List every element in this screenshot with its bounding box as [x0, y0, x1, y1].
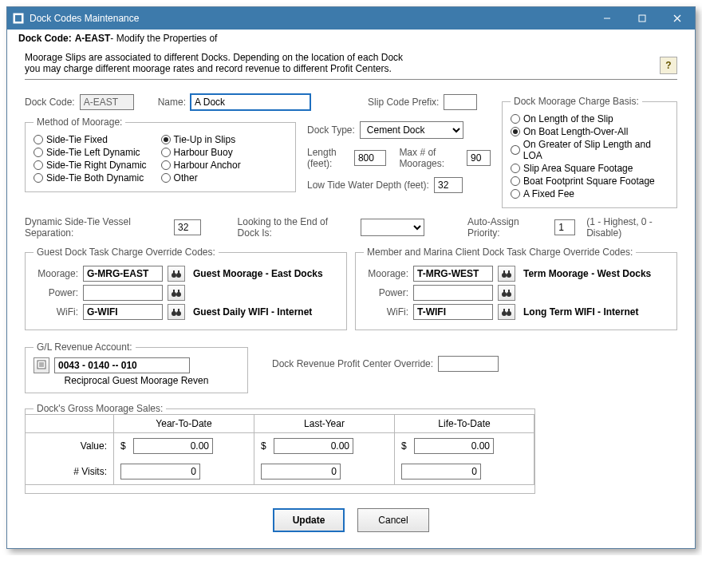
radio-icon — [511, 164, 520, 173]
cancel-button[interactable]: Cancel — [357, 508, 429, 532]
dock-type-select[interactable]: Cement Dock — [360, 121, 463, 139]
name-field[interactable] — [191, 94, 310, 110]
binoculars-icon — [171, 269, 182, 278]
minimize-button[interactable] — [590, 7, 625, 30]
help-button[interactable]: ? — [660, 57, 677, 74]
moorage-method-option[interactable]: Harbour Anchor — [161, 160, 241, 171]
charge-basis-option[interactable]: On Greater of Slip Length and LOA — [511, 139, 668, 161]
override-code-field[interactable] — [413, 266, 493, 282]
charge-basis-legend: Dock Moorage Charge Basis: — [511, 96, 642, 107]
radio-icon — [161, 160, 171, 170]
radio-icon — [161, 173, 171, 183]
header-row: Dock Code: A-EAST - Modify the Propertie… — [7, 30, 695, 49]
gl-account-field[interactable] — [54, 357, 190, 373]
radio-label: Boat Footprint Square Footage — [523, 176, 655, 187]
low-tide-field[interactable] — [434, 177, 463, 193]
svg-rect-16 — [173, 309, 175, 312]
auto-assign-field[interactable] — [554, 219, 575, 235]
radio-icon — [161, 135, 171, 144]
gl-account-desc: Reciprocal Guest Moorage Reven — [34, 375, 239, 386]
update-button[interactable]: Update — [273, 508, 345, 532]
close-button[interactable] — [660, 7, 695, 30]
override-code-field[interactable] — [413, 304, 493, 320]
override-desc: Term Moorage - West Docks — [523, 268, 668, 279]
sales-value-field[interactable] — [120, 464, 200, 479]
currency-symbol: $ — [261, 440, 269, 452]
lookup-button[interactable] — [168, 285, 185, 301]
titlebar: Dock Codes Maintenance — [7, 7, 695, 30]
sales-row-label: # Visits: — [26, 459, 113, 484]
header-code: A-EAST — [75, 33, 111, 44]
member-override-group: Member and Marina Client Dock Task Charg… — [355, 247, 677, 330]
radio-icon — [34, 148, 43, 157]
sales-col-ly: Last-Year — [254, 414, 394, 432]
svg-rect-24 — [503, 290, 505, 293]
svg-rect-20 — [503, 270, 505, 274]
sales-value-field[interactable] — [414, 438, 494, 454]
maximize-button[interactable] — [625, 7, 660, 30]
member-override-legend: Member and Marina Client Dock Task Charg… — [364, 247, 636, 258]
lookup-button[interactable] — [498, 266, 515, 282]
moorage-method-option[interactable]: Side-Tie Both Dynamic — [34, 172, 147, 184]
lookup-button[interactable] — [168, 266, 185, 282]
description-text: Moorage Slips are associated to differen… — [25, 52, 660, 74]
sales-value-field[interactable] — [401, 464, 481, 479]
sales-value-field[interactable] — [261, 464, 341, 479]
svg-rect-29 — [508, 309, 510, 312]
radio-label: Slip Area Square Footage — [523, 163, 633, 174]
override-label: Power: — [34, 287, 78, 298]
override-label: WiFi: — [364, 306, 408, 318]
override-label: Moorage: — [364, 268, 408, 279]
moorage-method-option[interactable]: Side-Tie Right Dynamic — [34, 160, 147, 171]
sales-cell: $ — [394, 433, 534, 459]
radio-label: Side-Tie Both Dynamic — [46, 172, 144, 184]
max-moorages-field[interactable] — [467, 150, 491, 166]
guest-override-group: Guest Dock Task Charge Override Codes: M… — [25, 247, 347, 330]
charge-basis-option[interactable]: On Length of the Slip — [511, 113, 668, 124]
radio-icon — [511, 114, 520, 124]
look-end-select[interactable] — [361, 219, 424, 236]
radio-label: Harbour Anchor — [174, 160, 241, 171]
override-code-field[interactable] — [83, 304, 163, 320]
length-field[interactable] — [354, 150, 386, 166]
svg-rect-25 — [508, 290, 510, 293]
profit-center-field[interactable] — [438, 356, 499, 372]
window-frame: Dock Codes Maintenance Dock Code: A-EAST… — [6, 6, 696, 549]
charge-basis-option[interactable]: A Fixed Fee — [511, 188, 668, 199]
sales-value-field[interactable] — [274, 438, 353, 454]
guest-override-legend: Guest Dock Task Charge Override Codes: — [34, 247, 219, 258]
charge-basis-option[interactable]: On Boat Length-Over-All — [511, 126, 668, 137]
slip-prefix-field[interactable] — [444, 94, 477, 110]
guest-override-row: WiFi:Guest Daily WIFI - Internet — [34, 304, 338, 320]
profit-center-label: Dock Revenue Profit Center Override: — [272, 358, 433, 369]
moorage-method-option[interactable]: Harbour Buoy — [161, 147, 241, 158]
sales-cell — [394, 459, 534, 484]
member-override-row: Moorage:Term Moorage - West Docks — [364, 266, 668, 282]
moorage-method-option[interactable]: Side-Tie Fixed — [34, 134, 147, 145]
radio-label: On Boat Length-Over-All — [523, 126, 628, 137]
lookup-button[interactable] — [498, 304, 515, 320]
header-mode: - Modify the Properties of — [110, 33, 217, 44]
sales-col-ytd: Year-To-Date — [113, 414, 254, 432]
override-code-field[interactable] — [83, 285, 163, 301]
dyn-sep-field[interactable] — [174, 219, 201, 235]
sales-cell — [254, 459, 394, 484]
lookup-button[interactable] — [168, 304, 185, 320]
moorage-method-option[interactable]: Tie-Up in Slips — [161, 134, 241, 145]
moorage-method-option[interactable]: Other — [161, 172, 241, 184]
override-label: WiFi: — [34, 306, 78, 318]
app-icon — [12, 12, 25, 25]
lookup-button[interactable] — [498, 285, 515, 301]
radio-label: Side-Tie Fixed — [46, 134, 108, 145]
gl-lookup-button[interactable] — [34, 357, 49, 373]
charge-basis-option[interactable]: Slip Area Square Footage — [511, 163, 668, 174]
radio-label: A Fixed Fee — [523, 188, 574, 199]
svg-rect-1 — [15, 15, 22, 22]
help-icon: ? — [665, 60, 671, 71]
sales-value-field[interactable] — [133, 438, 213, 454]
override-code-field[interactable] — [83, 266, 163, 282]
override-code-field[interactable] — [413, 285, 493, 301]
moorage-method-option[interactable]: Side-Tie Left Dynamic — [34, 147, 147, 158]
report-icon — [37, 360, 46, 372]
charge-basis-option[interactable]: Boat Footprint Square Footage — [511, 176, 668, 187]
